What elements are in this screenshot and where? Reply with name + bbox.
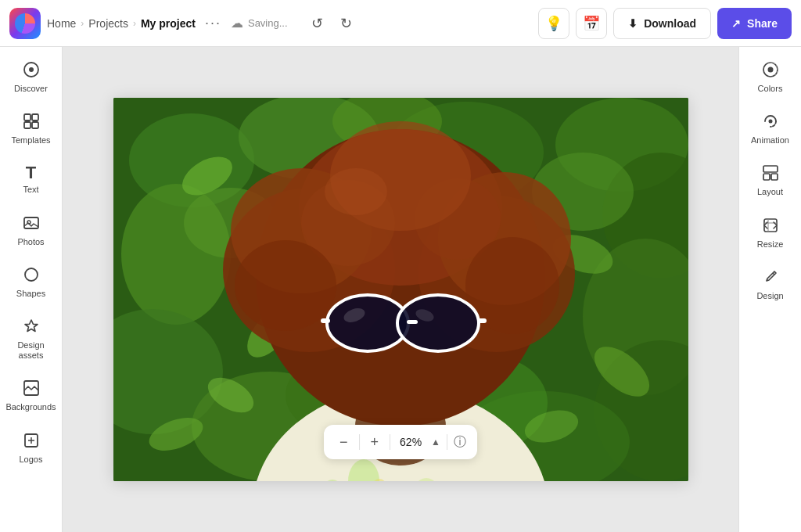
breadcrumb-projects[interactable]: Projects <box>88 17 128 30</box>
breadcrumb-sep1: › <box>81 18 84 29</box>
sidebar-item-layout-label: Layout <box>757 187 783 197</box>
sidebar-item-resize[interactable]: Resize <box>742 209 799 257</box>
discover-icon <box>23 61 40 81</box>
sidebar-item-design-label: Design <box>756 291 783 301</box>
sidebar-item-animation-label: Animation <box>751 135 789 146</box>
backgrounds-icon <box>23 379 40 399</box>
resize-icon <box>762 217 779 236</box>
svg-rect-77 <box>763 174 770 180</box>
colors-icon <box>762 61 779 81</box>
sidebar-item-text-label: Text <box>23 185 38 195</box>
breadcrumb-sep2: › <box>133 18 136 29</box>
svg-rect-5 <box>32 122 38 128</box>
more-options-button[interactable]: ··· <box>205 15 221 31</box>
download-button[interactable]: ⬇ Download <box>613 8 711 39</box>
header-actions: 💡 📅 ⬇ Download ↗ Share <box>538 8 792 39</box>
svg-rect-79 <box>764 219 777 232</box>
calendar-icon: 📅 <box>583 15 600 32</box>
sidebar-item-shapes-label: Shapes <box>16 289 45 299</box>
undo-button[interactable]: ↺ <box>307 12 328 35</box>
sidebar-item-text[interactable]: T Text <box>3 156 59 203</box>
sidebar-item-templates[interactable]: Templates <box>3 105 59 153</box>
sidebar-item-photos[interactable]: Photos <box>3 207 59 255</box>
lightbulb-button[interactable]: 💡 <box>538 8 569 39</box>
sidebar-item-templates-label: Templates <box>11 135 50 146</box>
svg-rect-4 <box>24 122 31 128</box>
svg-rect-6 <box>24 217 38 228</box>
calendar-button[interactable]: 📅 <box>576 8 607 39</box>
svg-rect-70 <box>321 318 330 323</box>
sidebar-item-colors-label: Colors <box>758 84 783 94</box>
svg-rect-2 <box>24 114 31 120</box>
canvas-wrapper: − + 62% ▲ ⓘ <box>113 98 688 481</box>
main-area: Discover Templates T Text Photos Shapes <box>0 47 801 532</box>
templates-icon <box>23 113 40 132</box>
share-label: Share <box>747 17 778 30</box>
sidebar-item-photos-label: Photos <box>17 237 44 247</box>
sidebar-item-discover-label: Discover <box>14 84 48 94</box>
canvas-content[interactable] <box>113 98 688 481</box>
canvas-area[interactable]: − + 62% ▲ ⓘ <box>63 47 738 532</box>
sidebar-item-design-assets-label: Design assets <box>6 340 56 361</box>
svg-point-8 <box>25 268 38 281</box>
left-sidebar: Discover Templates T Text Photos Shapes <box>0 47 63 532</box>
layout-icon <box>762 164 779 184</box>
logos-icon <box>23 432 40 451</box>
zoom-divider-info <box>447 434 447 450</box>
download-icon: ⬇ <box>628 17 638 30</box>
zoom-divider-left <box>359 434 360 450</box>
sidebar-item-discover[interactable]: Discover <box>3 53 59 102</box>
lightbulb-icon: 💡 <box>545 15 562 32</box>
zoom-in-button[interactable]: + <box>366 433 384 451</box>
sidebar-item-design-assets[interactable]: Design assets <box>3 310 59 368</box>
sidebar-item-logos-label: Logos <box>20 455 43 465</box>
sidebar-item-backgrounds-label: Backgrounds <box>5 402 56 412</box>
right-sidebar: Colors Animation Layout Resize Design <box>738 47 801 532</box>
sidebar-item-resize-label: Resize <box>757 239 784 250</box>
share-button[interactable]: ↗ Share <box>717 8 792 39</box>
zoom-toolbar: − + 62% ▲ ⓘ <box>324 425 477 459</box>
header: Home › Projects › My project ··· ☁ Savin… <box>0 0 801 47</box>
design-icon <box>762 268 779 288</box>
sidebar-item-backgrounds[interactable]: Backgrounds <box>3 372 59 420</box>
svg-point-1 <box>29 67 34 72</box>
svg-point-75 <box>768 120 772 124</box>
undo-redo-group: ↺ ↻ <box>300 12 357 35</box>
design-assets-icon <box>23 318 40 337</box>
zoom-out-button[interactable]: − <box>335 433 353 451</box>
svg-rect-69 <box>407 320 418 324</box>
svg-point-61 <box>235 240 336 331</box>
zoom-info-icon[interactable]: ⓘ <box>454 434 466 451</box>
sidebar-item-shapes[interactable]: Shapes <box>3 258 59 307</box>
saving-label: Saving... <box>248 17 288 29</box>
sidebar-item-colors[interactable]: Colors <box>742 53 799 102</box>
shapes-icon <box>23 266 40 286</box>
breadcrumb-home[interactable]: Home <box>47 17 76 30</box>
share-icon: ↗ <box>731 17 741 30</box>
svg-rect-3 <box>32 114 38 120</box>
text-icon: T <box>26 164 36 182</box>
cloud-icon: ☁ <box>231 16 243 31</box>
sidebar-item-design[interactable]: Design <box>742 261 799 309</box>
download-label: Download <box>644 17 696 30</box>
svg-rect-76 <box>763 166 778 172</box>
zoom-value: 62% <box>397 436 425 448</box>
sidebar-item-layout[interactable]: Layout <box>742 156 799 205</box>
sidebar-item-animation[interactable]: Animation <box>742 105 799 153</box>
zoom-chevron-icon[interactable]: ▲ <box>431 437 440 448</box>
saving-status: ☁ Saving... <box>231 16 288 31</box>
breadcrumb-current-project[interactable]: My project <box>141 17 196 30</box>
breadcrumb: Home › Projects › My project <box>47 17 196 30</box>
redo-button[interactable]: ↻ <box>336 12 357 35</box>
svg-rect-71 <box>477 318 487 323</box>
sidebar-item-logos[interactable]: Logos <box>3 424 59 473</box>
photos-icon <box>23 214 40 234</box>
app-logo[interactable] <box>9 8 41 39</box>
svg-point-74 <box>767 67 773 73</box>
zoom-divider-right <box>390 434 390 450</box>
animation-icon <box>762 113 779 132</box>
svg-point-64 <box>325 168 387 215</box>
svg-rect-78 <box>771 174 778 180</box>
